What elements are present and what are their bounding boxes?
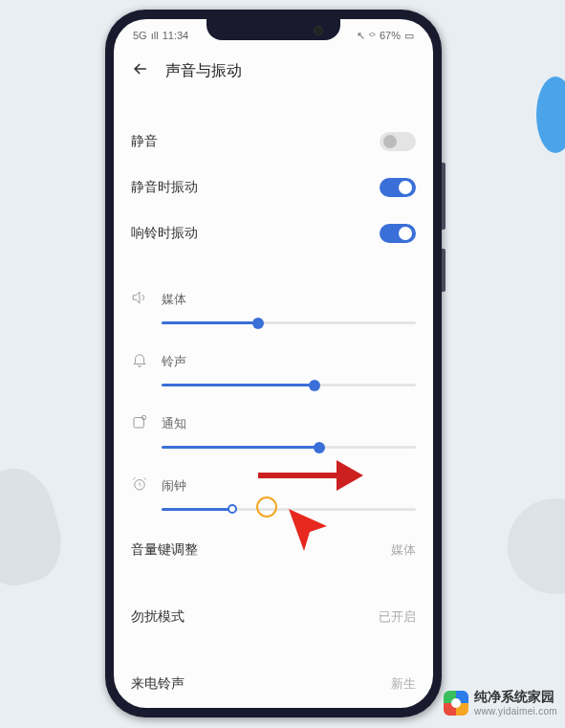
notification-icon [131, 413, 148, 434]
vibrate-mute-toggle[interactable] [380, 178, 416, 197]
notif-label: 通知 [162, 415, 186, 432]
ringtone-value: 新生 [391, 675, 416, 693]
net-icon: 5G [133, 30, 147, 41]
annotation-pointer-icon [287, 507, 335, 559]
row-volume-key[interactable]: 音量键调整 媒体 [131, 528, 416, 572]
battery-pct: 67% [380, 30, 401, 41]
battery-icon: ▭ [404, 30, 414, 42]
wifi-icon: ⌔ [369, 30, 376, 41]
row-vibrate-mute: 静音时振动 [131, 165, 416, 210]
signal-icon: ıll [151, 30, 159, 41]
mute-label: 静音 [131, 133, 158, 150]
watermark-logo-icon [444, 691, 468, 716]
vibrate-ring-label: 响铃时振动 [131, 225, 198, 242]
row-dnd[interactable]: 勿扰模式 已开启 [131, 595, 416, 639]
volume-key-value: 媒体 [391, 541, 416, 559]
watermark-url: www.yidaimei.com [474, 706, 557, 717]
alarm-label: 闹钟 [162, 477, 186, 495]
ringtone-label: 来电铃声 [131, 675, 185, 693]
watermark: 纯净系统家园 www.yidaimei.com [444, 689, 557, 717]
row-ringtone[interactable]: 来电铃声 新生 [131, 662, 416, 706]
speaker-icon [131, 289, 148, 310]
watermark-name: 纯净系统家园 [474, 689, 557, 706]
ring-label: 铃声 [162, 353, 186, 370]
notch [206, 19, 340, 40]
screen: 5G ıll 11:34 ↖ ⌔ 67% ▭ 声音与振动 静音 [114, 19, 433, 708]
header: 声音与振动 [114, 46, 433, 96]
phone-frame: 5G ıll 11:34 ↖ ⌔ 67% ▭ 声音与振动 静音 [105, 10, 442, 717]
location-icon: ↖ [357, 30, 365, 42]
volume-key-label: 音量键调整 [131, 541, 198, 559]
ring-slider[interactable] [162, 384, 416, 386]
media-slider[interactable] [162, 321, 416, 324]
back-icon[interactable] [131, 59, 150, 82]
slider-media: 媒体 [131, 279, 416, 342]
bell-icon [131, 351, 148, 372]
notif-slider[interactable] [162, 446, 416, 449]
media-label: 媒体 [162, 291, 186, 308]
vibrate-ring-toggle[interactable] [380, 224, 416, 243]
row-mute: 静音 [131, 119, 416, 165]
vibrate-mute-label: 静音时振动 [131, 179, 198, 196]
status-time: 11:34 [163, 30, 189, 41]
clock-icon [131, 475, 148, 496]
mute-toggle[interactable] [380, 132, 416, 151]
dnd-value: 已开启 [379, 608, 416, 626]
slider-notif: 通知 [131, 404, 416, 466]
annotation-circle [256, 496, 277, 518]
row-vibrate-ring: 响铃时振动 [131, 210, 416, 256]
dnd-label: 勿扰模式 [131, 608, 185, 626]
slider-ring: 铃声 [131, 342, 416, 404]
page-title: 声音与振动 [165, 61, 242, 81]
